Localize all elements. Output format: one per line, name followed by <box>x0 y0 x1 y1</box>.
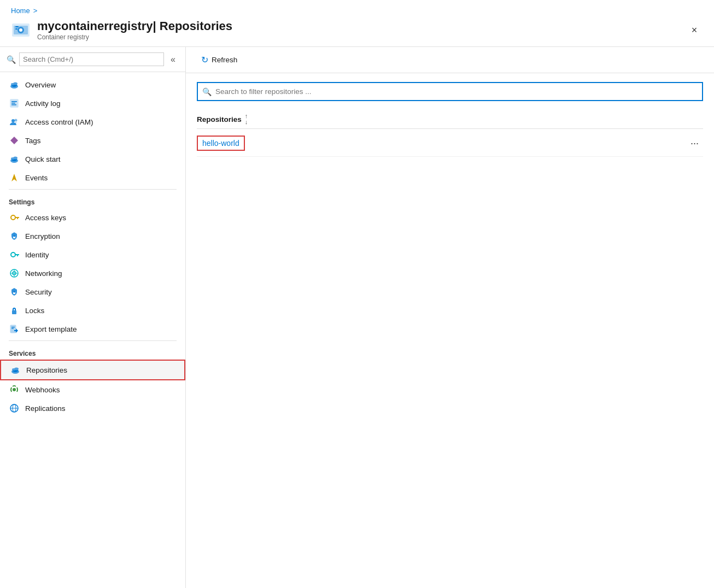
refresh-button[interactable]: ↻ Refresh <box>197 52 242 67</box>
sidebar-item-events[interactable]: Events <box>0 168 185 187</box>
svg-rect-12 <box>11 103 15 104</box>
table-row: hello-world ··· <box>197 130 703 157</box>
svg-point-22 <box>11 215 15 220</box>
main-layout: 🔍 « Overview Activity log <box>0 47 714 588</box>
breadcrumb-home[interactable]: Home <box>11 7 30 15</box>
repositories-table-header: Repositories ↑ ↓ <box>197 110 703 129</box>
webhooks-icon <box>9 384 20 395</box>
svg-rect-13 <box>11 104 16 105</box>
svg-rect-4 <box>15 26 19 27</box>
sidebar-item-tags[interactable]: Tags <box>0 131 185 150</box>
svg-rect-25 <box>18 217 19 218</box>
filter-input-wrap: 🔍 <box>197 82 703 101</box>
filter-search-icon: 🔍 <box>202 87 212 96</box>
sidebar-item-export-template[interactable]: Export template <box>0 320 185 338</box>
more-icon: ··· <box>690 138 699 149</box>
iam-icon <box>9 116 20 127</box>
svg-rect-24 <box>17 218 18 219</box>
sidebar-item-quick-start[interactable]: Quick start <box>0 150 185 168</box>
title-row: mycontainerregistry| Repositories Contai… <box>11 19 703 46</box>
events-icon <box>9 172 20 183</box>
svg-point-47 <box>13 388 16 391</box>
sidebar-item-repositories[interactable]: Repositories <box>0 360 185 380</box>
svg-point-9 <box>13 83 17 85</box>
svg-marker-16 <box>10 137 18 144</box>
identity-icon <box>9 249 20 260</box>
svg-point-20 <box>13 157 17 160</box>
breadcrumb-sep: > <box>33 7 38 15</box>
svg-point-14 <box>11 119 15 122</box>
sidebar-item-locks[interactable]: Locks <box>0 301 185 320</box>
collapse-button[interactable]: « <box>167 54 179 66</box>
content-body: 🔍 Repositories ↑ ↓ hello-world ··· <box>186 73 714 588</box>
svg-rect-5 <box>15 28 17 30</box>
sidebar-item-overview[interactable]: Overview <box>0 75 185 94</box>
key-icon <box>9 212 20 223</box>
sidebar-item-label: Locks <box>25 307 44 315</box>
sidebar-item-replications[interactable]: Replications <box>0 399 185 418</box>
security-icon <box>9 286 20 297</box>
activity-log-icon <box>9 98 20 109</box>
page-title: mycontainerregistry| Repositories <box>37 19 232 33</box>
svg-point-28 <box>11 252 15 257</box>
svg-point-3 <box>19 28 22 32</box>
sidebar-item-label: Replications <box>25 404 66 413</box>
svg-rect-40 <box>11 327 15 327</box>
sidebar-search-row: 🔍 « <box>0 47 185 72</box>
sidebar-item-label: Networking <box>25 269 62 278</box>
content-area: ↻ Refresh 🔍 Repositories ↑ ↓ hello-world <box>186 47 714 588</box>
sidebar-item-activity-log[interactable]: Activity log <box>0 94 185 113</box>
svg-point-37 <box>14 291 15 293</box>
repositories-icon <box>10 364 21 375</box>
quick-start-icon <box>9 154 20 164</box>
search-icon: 🔍 <box>7 55 16 64</box>
sidebar-item-identity[interactable]: Identity <box>0 245 185 264</box>
sidebar-item-label: Quick start <box>25 155 61 163</box>
close-button[interactable]: × <box>686 21 703 39</box>
sidebar-item-access-control[interactable]: Access control (IAM) <box>0 113 185 131</box>
settings-divider <box>9 189 177 190</box>
svg-rect-11 <box>11 101 17 102</box>
sidebar-item-label: Events <box>25 174 48 182</box>
tags-icon <box>9 135 20 146</box>
sidebar-item-label: Webhooks <box>25 386 60 394</box>
sidebar-item-networking[interactable]: Networking <box>0 264 185 283</box>
cloud-icon <box>9 79 20 90</box>
breadcrumb: Home > <box>11 7 703 15</box>
filter-repositories-input[interactable] <box>197 82 703 101</box>
sort-arrows[interactable]: ↑ ↓ <box>245 113 248 125</box>
repository-link[interactable]: hello-world <box>197 136 245 151</box>
svg-point-15 <box>15 119 17 122</box>
title-text: mycontainerregistry| Repositories Contai… <box>37 19 232 41</box>
svg-rect-39 <box>10 325 16 333</box>
repositories-column-label: Repositories <box>197 115 242 124</box>
svg-rect-31 <box>18 254 19 255</box>
sidebar-item-label: Tags <box>25 137 41 145</box>
sidebar-item-label: Identity <box>25 251 49 259</box>
services-divider <box>9 340 177 341</box>
sort-down-arrow: ↓ <box>245 119 248 125</box>
svg-point-46 <box>14 368 19 371</box>
sidebar-item-webhooks[interactable]: Webhooks <box>0 380 185 399</box>
sidebar-item-encryption[interactable]: Encryption <box>0 227 185 245</box>
more-options-button[interactable]: ··· <box>686 137 703 150</box>
registry-icon <box>11 20 31 40</box>
sidebar-navigation: Overview Activity log Access control (IA… <box>0 72 185 588</box>
refresh-label: Refresh <box>212 56 237 64</box>
search-input[interactable] <box>19 52 164 66</box>
replications-icon <box>9 403 20 414</box>
sidebar-item-label: Encryption <box>25 232 60 240</box>
sidebar-item-label: Export template <box>25 325 77 333</box>
sidebar-item-access-keys[interactable]: Access keys <box>0 208 185 227</box>
sidebar-item-label: Activity log <box>25 99 61 108</box>
title-left: mycontainerregistry| Repositories Contai… <box>11 19 232 41</box>
sidebar-item-label: Repositories <box>26 366 67 374</box>
svg-rect-29 <box>15 254 19 255</box>
sidebar-item-security[interactable]: Security <box>0 283 185 301</box>
svg-point-27 <box>14 236 15 237</box>
svg-rect-41 <box>11 328 14 329</box>
settings-section-label: Settings <box>0 192 185 208</box>
encryption-icon <box>9 231 20 242</box>
sidebar-item-label: Overview <box>25 81 56 89</box>
locks-icon <box>9 305 20 316</box>
